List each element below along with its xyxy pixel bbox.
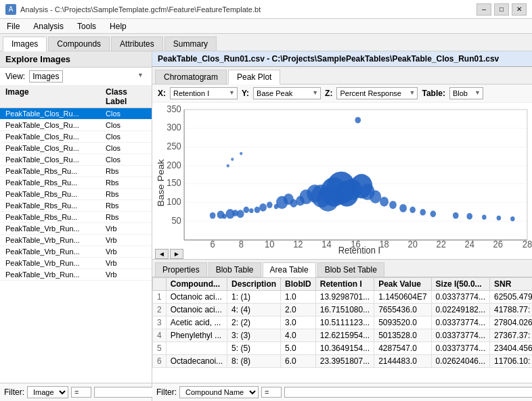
tab-area-table[interactable]: Area Table — [263, 262, 316, 277]
tab-summary[interactable]: Summary — [164, 37, 217, 51]
menu-analysis[interactable]: Analysis — [29, 20, 68, 32]
explore-images-header: Explore Images — [0, 51, 152, 68]
title-bar: A Analysis - C:\Projects\SampleTemplate.… — [0, 0, 532, 19]
file-row-image: PeakTable_Rbs_Ru... — [5, 179, 106, 187]
table-cell: 2.0 — [281, 304, 316, 316]
view-select[interactable]: Images — [29, 70, 63, 82]
table-cell: 3: (3) — [227, 329, 281, 342]
table-cell: 10.5111123... — [315, 316, 374, 329]
file-row-image: PeakTable_Clos_Ru... — [5, 110, 106, 118]
menu-help[interactable]: Help — [106, 20, 131, 32]
left-filter-select[interactable]: Image — [27, 386, 68, 398]
table-cell: Octanoic aci... — [166, 304, 227, 316]
table-row[interactable]: 6Octadecanoi...8: (8)6.023.3951807...214… — [153, 355, 533, 368]
table-select[interactable]: Blob — [449, 87, 483, 99]
table-cell: 23404.456 — [489, 342, 532, 355]
bottom-filter-select[interactable]: Compound Name — [179, 386, 259, 398]
table-row[interactable]: 1Octanoic aci...1: (1)1.013.9298701...1.… — [153, 291, 533, 304]
bottom-tab-bar: Properties Blob Table Area Table Blob Se… — [152, 260, 532, 277]
file-row-image: PeakTable_Clos_Ru... — [5, 156, 106, 164]
menu-file[interactable]: File — [3, 20, 24, 32]
file-row-class: Rbs — [106, 190, 146, 198]
row-number: 4 — [153, 329, 167, 342]
file-row-class: Rbs — [106, 202, 146, 210]
minimize-button[interactable]: – — [476, 3, 491, 16]
y-axis-select[interactable]: Base Peak — [253, 87, 321, 99]
tab-blob-set-table[interactable]: Blob Set Table — [317, 262, 384, 277]
scroll-right-button[interactable]: ► — [170, 249, 183, 259]
table-cell: 41788.77: — [489, 304, 532, 316]
file-row[interactable]: PeakTable_Rbs_Ru...Rbs — [0, 212, 152, 223]
col-image-header: Image — [5, 87, 106, 106]
file-row[interactable]: PeakTable_Clos_Ru...Clos — [0, 154, 152, 166]
tab-blob-table[interactable]: Blob Table — [208, 262, 261, 277]
table-row[interactable]: 4Phenylethyl ...3: (3)4.012.6215954...50… — [153, 329, 533, 342]
left-filter-op[interactable] — [71, 387, 91, 398]
file-row-image: PeakTable_Vrb_Run... — [5, 236, 106, 244]
svg-text:200: 200 — [167, 160, 181, 170]
main-content: Explore Images View: Images Image Class … — [0, 51, 532, 401]
file-row-image: PeakTable_Vrb_Run... — [5, 247, 106, 256]
svg-text:Base Peak: Base Peak — [156, 159, 166, 206]
file-row[interactable]: PeakTable_Clos_Ru...Clos — [0, 143, 152, 154]
file-row-image: PeakTable_Vrb_Run... — [5, 270, 106, 279]
svg-text:150: 150 — [167, 178, 181, 189]
table-row[interactable]: 2Octanoic aci...4: (4)2.016.7151080...76… — [153, 304, 533, 316]
tab-attributes[interactable]: Attributes — [111, 37, 163, 51]
file-row[interactable]: PeakTable_Clos_Ru...Clos — [0, 108, 152, 120]
svg-point-81 — [497, 216, 501, 220]
tab-chromatogram[interactable]: Chromatogram — [155, 70, 227, 84]
file-row[interactable]: PeakTable_Vrb_Run...Vrb — [0, 223, 152, 235]
file-table-header: Image Class Label — [0, 86, 152, 108]
area-table: Compound...DescriptionBlobIDRetention IP… — [152, 277, 532, 368]
file-row[interactable]: PeakTable_Vrb_Run...Vrb — [0, 235, 152, 246]
file-row[interactable]: PeakTable_Clos_Ru...Clos — [0, 131, 152, 143]
table-cell: Octanoic aci... — [166, 291, 227, 304]
z-axis-select[interactable]: Percent Response — [336, 87, 418, 99]
file-row-image: PeakTable_Clos_Ru... — [5, 144, 106, 152]
file-row[interactable]: PeakTable_Rbs_Ru...Rbs — [0, 189, 152, 200]
row-number: 6 — [153, 355, 167, 368]
bottom-section: Properties Blob Table Area Table Blob Se… — [152, 259, 532, 401]
maximize-button[interactable]: □ — [494, 3, 509, 16]
file-row[interactable]: PeakTable_Vrb_Run...Vrb — [0, 258, 152, 269]
svg-point-76 — [420, 209, 426, 216]
bottom-filter-op[interactable] — [261, 387, 282, 398]
menu-tools[interactable]: Tools — [73, 20, 100, 32]
x-axis-select[interactable]: Retention I — [170, 87, 238, 99]
file-row[interactable]: PeakTable_Vrb_Run...Vrb — [0, 246, 152, 258]
tab-properties[interactable]: Properties — [155, 262, 207, 277]
file-row[interactable]: PeakTable_Vrb_Run...Vrb — [0, 269, 152, 281]
table-cell: 12.6215954... — [315, 329, 374, 342]
file-row[interactable]: PeakTable_Clos_Ru...Clos — [0, 120, 152, 131]
file-row[interactable]: PeakTable_Rbs_Ru...Rbs — [0, 200, 152, 212]
svg-text:350: 350 — [167, 105, 181, 114]
bottom-filter-label: Filter: — [156, 387, 177, 397]
bottom-filter-input[interactable] — [284, 387, 532, 398]
file-row[interactable]: PeakTable_Rbs_Ru...Rbs — [0, 177, 152, 189]
tab-images[interactable]: Images — [3, 37, 47, 51]
table-cell: 6.0 — [281, 355, 316, 368]
chart-area: Base Peak Retention I 50 100 — [152, 103, 532, 259]
table-cell: 27804.026 — [489, 316, 532, 329]
close-button[interactable]: ✕ — [512, 3, 527, 16]
svg-point-71 — [370, 190, 381, 203]
table-cell: Acetic acid, ... — [166, 316, 227, 329]
view-label: View: — [5, 72, 25, 81]
file-row-image: PeakTable_Vrb_Run... — [5, 259, 106, 267]
file-list: PeakTable_Clos_Ru...ClosPeakTable_Clos_R… — [0, 108, 152, 383]
file-row-class: Vrb — [106, 259, 146, 267]
svg-text:100: 100 — [167, 196, 181, 207]
table-cell: 11706.10: — [489, 355, 532, 368]
svg-text:250: 250 — [167, 141, 181, 151]
file-row-class: Vrb — [106, 236, 146, 244]
file-row[interactable]: PeakTable_Rbs_Ru...Rbs — [0, 166, 152, 177]
table-row[interactable]: 55: (5)5.010.3649154...4287547.00.033737… — [153, 342, 533, 355]
tab-peak-plot[interactable]: Peak Plot — [228, 70, 280, 85]
scroll-left-button[interactable]: ◄ — [155, 249, 169, 259]
table-cell: 0.03373774... — [431, 291, 489, 304]
table-row[interactable]: 3Acetic acid, ...2: (2)3.010.5111123...5… — [153, 316, 533, 329]
tab-compounds[interactable]: Compounds — [48, 37, 110, 51]
file-row-class: Rbs — [106, 179, 146, 187]
file-row-image: PeakTable_Vrb_Run... — [5, 225, 106, 233]
